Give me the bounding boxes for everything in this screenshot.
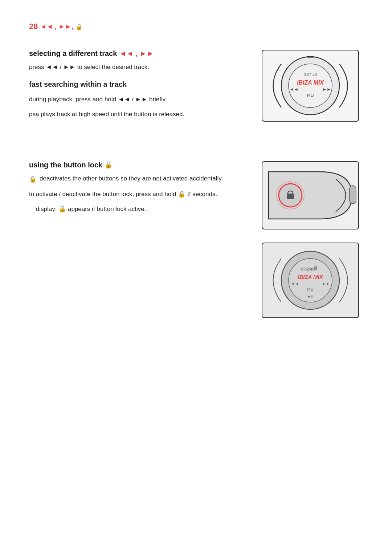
fast-search-para2: psa plays track at high speed until the … (29, 109, 240, 119)
svg-rect-13 (350, 186, 356, 204)
svg-text:►►: ►► (322, 281, 330, 286)
lock-para1: 🔒 deactivates the other buttons so they … (29, 174, 240, 184)
lock-inline-icon1: 🔒 (29, 174, 37, 184)
section-title-lock: using the button lock 🔒 (29, 161, 240, 169)
svg-text:I4Ω: I4Ω (307, 93, 314, 98)
device-top-svg: 0:02:40 IBIZA MIX ◄◄ ►► I4Ω (261, 49, 359, 122)
lock-para1-text: deactivates the other buttons so they ar… (40, 174, 223, 183)
svg-text:0:02:40: 0:02:40 (301, 267, 315, 271)
fast-search-para1: during playback, press and hold ◄◄ / ►► … (29, 94, 240, 104)
page-number: 28 (29, 22, 38, 31)
subtitle-fast-search: fast searching within a track (29, 78, 240, 90)
section-title-track: selecting a different track ◄◄ , ►► (29, 49, 240, 58)
section-button-lock: using the button lock 🔒 🔒 deactivates th… (29, 161, 363, 320)
section-lock-text: using the button lock 🔒 🔒 deactivates th… (29, 161, 240, 219)
svg-text:I4Ω: I4Ω (307, 287, 313, 292)
track-select-para1: press ◄◄ / ►► to select the desired trac… (29, 62, 240, 72)
svg-rect-12 (287, 194, 294, 199)
title-text-lock: using the button lock (29, 161, 102, 169)
section-body-lock: 🔒 deactivates the other buttons so they … (29, 174, 240, 214)
title-icons-track: ◄◄ , ►► (119, 49, 154, 58)
lock-para3: display: 🔒 appears if button lock active… (29, 204, 240, 214)
svg-text:◄◄: ◄◄ (290, 87, 298, 92)
device-lock-svg (261, 161, 359, 230)
header-lock-icon: 🔒 (75, 23, 83, 30)
svg-text:0:02:40: 0:02:40 (304, 73, 317, 77)
svg-text:►II: ►II (307, 294, 314, 298)
section-track-select-text: selecting a different track ◄◄ , ►► pres… (29, 49, 240, 125)
device-lock-images: 0:02:40 IBIZA MIX ◄◄ ►► I4Ω ►II (261, 161, 363, 320)
svg-rect-18 (314, 267, 317, 270)
svg-text:►►: ►► (322, 87, 331, 92)
lock-para2: to activate / deactivate the button lock… (29, 189, 240, 199)
section-body-track: press ◄◄ / ►► to select the desired trac… (29, 62, 240, 119)
device-bottom-svg: 0:02:40 IBIZA MIX ◄◄ ►► I4Ω ►II (261, 242, 359, 318)
svg-text:IBIZA MIX: IBIZA MIX (298, 274, 323, 280)
svg-point-2 (289, 64, 332, 107)
subtitle-text-fast: fast searching within a track (29, 78, 127, 90)
header-nav-icons: ◄◄ , ►►, (40, 23, 73, 31)
title-lock-icon: 🔒 (105, 161, 113, 169)
lock-inline-icon2: 🔒 (178, 191, 185, 198)
page-header: 28 ◄◄ , ►►, 🔒 (29, 22, 363, 31)
svg-text:IBIZA MIX: IBIZA MIX (297, 80, 324, 86)
lock-inline-icon3: 🔒 (58, 206, 66, 212)
title-text-track: selecting a different track (29, 49, 117, 58)
svg-text:◄◄: ◄◄ (291, 281, 299, 286)
section-track-select: selecting a different track ◄◄ , ►► pres… (29, 49, 363, 125)
device-illustration-top: 0:02:40 IBIZA MIX ◄◄ ►► I4Ω (261, 49, 363, 123)
